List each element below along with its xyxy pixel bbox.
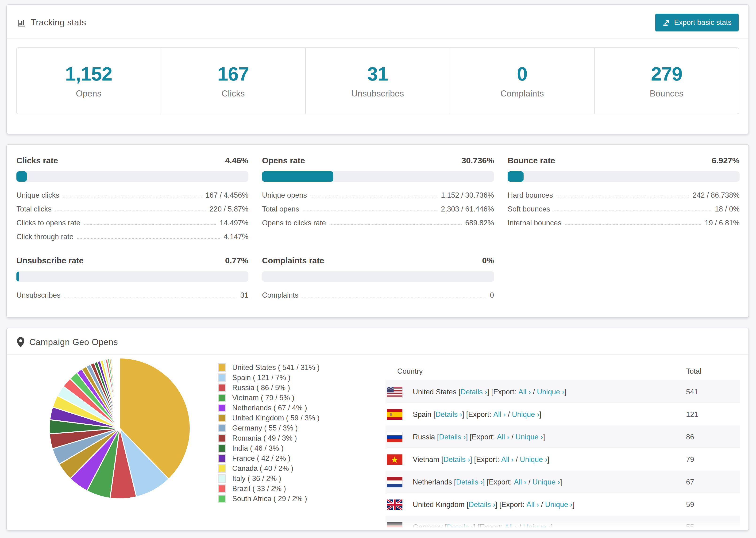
- details-link[interactable]: Details ›: [460, 388, 487, 396]
- export-unique-link[interactable]: Unique ›: [512, 410, 539, 419]
- rate-row-value: 14.497%: [220, 219, 248, 227]
- bracket-text: [: [431, 410, 435, 419]
- stat-label-opens: Opens: [17, 89, 161, 99]
- rate-progressbar-unsubscribe-rate: [17, 271, 248, 282]
- rate-value: 0%: [482, 256, 494, 265]
- details-link[interactable]: Details ›: [439, 433, 466, 441]
- rate-row-label: Total clicks: [17, 205, 52, 213]
- export-all-link[interactable]: All ›: [514, 478, 526, 486]
- dotted-leader: [55, 211, 206, 211]
- country-cell: Netherlands [Details ›] [Export: All › /…: [387, 477, 686, 487]
- export-all-link[interactable]: All ›: [505, 523, 517, 531]
- legend-label: Brazil ( 33 / 2% ): [232, 484, 286, 493]
- legend-label: Spain ( 121 / 7% ): [232, 373, 291, 382]
- legend-label: Canada ( 40 / 2% ): [232, 464, 293, 473]
- map-pin-icon: [17, 337, 25, 348]
- legend-label: Vietnam ( 79 / 5% ): [232, 394, 295, 402]
- geo-table: Country Total United States [Details ›] …: [386, 362, 740, 530]
- bracket-text: ] [Export:: [483, 478, 514, 486]
- legend-swatch: [218, 404, 226, 412]
- rate-rows: Hard bounces242 / 86.738%Soft bounces18 …: [508, 188, 739, 230]
- total-cell: 55: [686, 523, 740, 531]
- rate-row-total-clicks: Total clicks220 / 5.87%: [17, 202, 248, 216]
- bracket-text: ] [Export:: [473, 523, 505, 531]
- country-cell: United Kingdom [Details ›] [Export: All …: [387, 500, 686, 510]
- dotted-leader: [554, 211, 711, 211]
- separator-text: /: [510, 433, 515, 441]
- export-unique-link[interactable]: Unique ›: [520, 456, 547, 464]
- rate-row-hard-bounces: Hard bounces242 / 86.738%: [508, 188, 739, 202]
- rate-progress-fill: [508, 171, 523, 182]
- stat-box-clicks: 167Clicks: [161, 48, 305, 114]
- rate-row-soft-bounces: Soft bounces18 / 0%: [508, 202, 739, 216]
- dotted-leader: [330, 224, 461, 225]
- legend-item-india: India ( 46 / 3% ): [218, 444, 328, 453]
- details-link[interactable]: Details ›: [469, 501, 495, 509]
- table-row-vietnam: Vietnam [Details ›] [Export: All › / Uni…: [386, 448, 740, 471]
- details-link[interactable]: Details ›: [456, 478, 483, 486]
- country-name: Spain: [413, 410, 431, 419]
- rate-row-total-opens: Total opens2,303 / 61.446%: [262, 202, 494, 216]
- rate-row-label: Click through rate: [17, 233, 74, 241]
- stat-value-unsubscribes: 31: [306, 64, 450, 83]
- dotted-leader: [63, 197, 202, 197]
- stat-box-complaints: 0Complaints: [450, 48, 594, 114]
- rate-value: 0.77%: [225, 256, 248, 265]
- export-unique-link[interactable]: Unique ›: [515, 433, 543, 441]
- rate-progressbar-complaints-rate: [262, 271, 494, 282]
- legend-label: India ( 46 / 3% ): [232, 444, 284, 453]
- stats-row: 1,152Opens167Clicks31Unsubscribes0Compla…: [16, 47, 739, 114]
- bracket-text: [: [452, 478, 456, 486]
- country-cell: United States [Details ›] [Export: All ›…: [387, 387, 686, 397]
- legend-swatch: [218, 424, 226, 432]
- legend-label: Italy ( 36 / 2% ): [232, 474, 281, 483]
- separator-text: /: [526, 478, 532, 486]
- country-cell: Germany [Details ›] [Export: All › / Uni…: [387, 522, 686, 531]
- stat-box-opens: 1,152Opens: [17, 48, 161, 114]
- export-all-link[interactable]: All ›: [526, 501, 539, 509]
- legend-item-united-kingdom: United Kingdom ( 59 / 3% ): [218, 414, 328, 422]
- export-all-link[interactable]: All ›: [501, 456, 514, 464]
- stat-value-opens: 1,152: [17, 64, 161, 83]
- rate-rows: Complaints0: [262, 288, 494, 302]
- total-cell: 121: [686, 410, 740, 419]
- legend-label: South Africa ( 29 / 2% ): [232, 495, 307, 503]
- rate-progressbar-clicks-rate: [17, 171, 248, 182]
- bracket-text: ] [Export:: [495, 501, 527, 509]
- separator-text: /: [514, 456, 520, 464]
- rate-row-unique-clicks: Unique clicks167 / 4.456%: [17, 188, 248, 202]
- details-link[interactable]: Details ›: [447, 523, 473, 531]
- legend-item-south-africa: South Africa ( 29 / 2% ): [218, 495, 328, 503]
- dotted-leader: [565, 224, 701, 225]
- export-all-link[interactable]: All ›: [493, 410, 506, 419]
- rate-value: 6.927%: [712, 156, 739, 165]
- legend-item-france: France ( 42 / 2% ): [218, 454, 328, 463]
- total-cell: 541: [686, 388, 740, 396]
- bracket-text: [: [443, 523, 447, 531]
- export-unique-link[interactable]: Unique ›: [537, 388, 565, 396]
- export-basic-stats-button[interactable]: Export basic stats: [655, 14, 739, 31]
- bracket-text: ]: [543, 433, 545, 441]
- legend-item-netherlands: Netherlands ( 67 / 4% ): [218, 404, 328, 412]
- legend-label: United Kingdom ( 59 / 3% ): [232, 414, 320, 422]
- rate-value: 4.46%: [225, 156, 248, 165]
- export-all-link[interactable]: All ›: [497, 433, 509, 441]
- export-unique-link[interactable]: Unique ›: [523, 523, 551, 531]
- stat-box-bounces: 279Bounces: [594, 48, 739, 114]
- country-name: United States: [413, 388, 457, 396]
- rate-row-label: Unique clicks: [17, 191, 59, 199]
- rate-row-label: Total opens: [262, 205, 299, 213]
- rate-row-label: Hard bounces: [508, 191, 553, 199]
- tracking-stats-card: Tracking stats Export basic stats 1,152O…: [6, 4, 749, 134]
- rate-rows: Unique clicks167 / 4.456%Total clicks220…: [17, 188, 248, 243]
- export-all-link[interactable]: All ›: [518, 388, 531, 396]
- total-cell: 86: [686, 433, 740, 441]
- bracket-text: ] [Export:: [470, 456, 501, 464]
- details-link[interactable]: Details ›: [436, 410, 462, 419]
- details-link[interactable]: Details ›: [443, 456, 470, 464]
- rate-rows: Unique opens1,152 / 30.736%Total opens2,…: [262, 188, 494, 230]
- table-row-united-states: United States [Details ›] [Export: All ›…: [386, 381, 740, 403]
- export-unique-link[interactable]: Unique ›: [532, 478, 560, 486]
- rate-section-complaints-rate: Complaints rate0%Complaints0: [262, 256, 494, 302]
- export-unique-link[interactable]: Unique ›: [545, 501, 572, 509]
